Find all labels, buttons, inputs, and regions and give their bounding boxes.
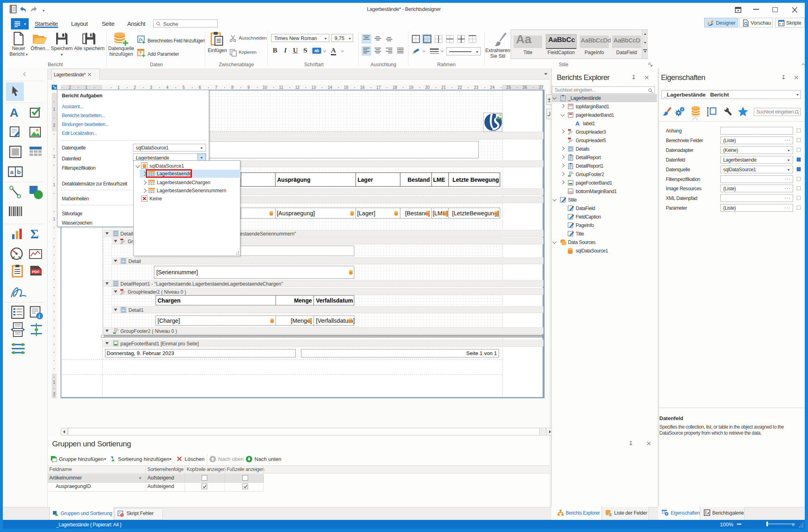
svg-text:b: b (17, 168, 21, 175)
svg-text:?: ? (139, 51, 142, 55)
svg-text:fx: fx (139, 37, 143, 42)
svg-text:PDF: PDF (32, 269, 40, 274)
svg-text:a: a (10, 168, 14, 175)
